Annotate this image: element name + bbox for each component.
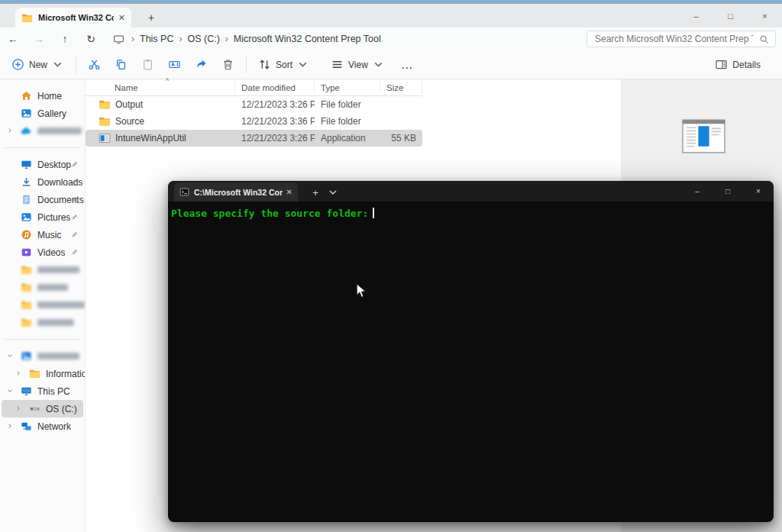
sidebar-item-recent-folder-redacted[interactable] bbox=[0, 279, 85, 296]
more-options-button[interactable]: … bbox=[392, 58, 423, 72]
pin-icon bbox=[70, 248, 79, 256]
folder-icon bbox=[21, 264, 32, 276]
breadcrumb-current-folder[interactable]: Microsoft Win32 Content Prep Tool bbox=[234, 34, 381, 44]
sort-icon bbox=[258, 58, 271, 71]
terminal-new-tab-button[interactable]: + bbox=[307, 184, 324, 201]
sidebar-item-recent-folder-redacted[interactable] bbox=[0, 314, 85, 331]
file-date: 12/21/2023 3:26 PM bbox=[235, 99, 315, 110]
rename-icon bbox=[168, 58, 181, 71]
terminal-maximize-button[interactable]: □ bbox=[713, 181, 743, 202]
terminal-window[interactable]: C:\Microsoft Win32 Content P ✕ + – □ × P… bbox=[168, 181, 774, 522]
pictures-icon bbox=[21, 211, 32, 223]
terminal-tab-close-icon[interactable]: ✕ bbox=[286, 188, 292, 196]
sidebar-item-home[interactable]: Home bbox=[0, 87, 85, 105]
delete-button[interactable] bbox=[215, 53, 241, 76]
copy-button[interactable] bbox=[108, 53, 134, 76]
view-button[interactable]: View bbox=[324, 53, 392, 76]
terminal-title-bar[interactable]: C:\Microsoft Win32 Content P ✕ + – □ × bbox=[168, 181, 774, 202]
file-row-intunewinapputil[interactable]: IntuneWinAppUtil 12/21/2023 3:26 PM Appl… bbox=[86, 130, 422, 147]
selected-file-preview-icon bbox=[682, 119, 725, 153]
sidebar-divider bbox=[5, 339, 80, 340]
sidebar-item-gallery[interactable]: Gallery bbox=[0, 105, 85, 122]
column-header-date-modified[interactable]: Date modified bbox=[235, 82, 315, 93]
column-header-size[interactable]: Size bbox=[380, 82, 422, 93]
rename-button[interactable] bbox=[161, 53, 188, 76]
column-header-type[interactable]: Type bbox=[315, 82, 380, 93]
sidebar-item-recent-folder-redacted[interactable] bbox=[0, 296, 85, 314]
sidebar-item-label: Home bbox=[37, 91, 62, 102]
pin-icon bbox=[70, 160, 79, 169]
sidebar-item-recent-folder-redacted[interactable] bbox=[0, 261, 85, 279]
share-button[interactable] bbox=[188, 53, 215, 76]
pin-icon bbox=[70, 213, 79, 221]
terminal-minimize-button[interactable]: – bbox=[682, 181, 713, 202]
refresh-button[interactable]: ↻ bbox=[78, 29, 104, 49]
sidebar-tree-root-redacted[interactable] bbox=[0, 347, 85, 365]
up-button[interactable]: ↑ bbox=[52, 29, 78, 49]
sidebar-item-documents[interactable]: Documents bbox=[0, 191, 85, 208]
file-type: File folder bbox=[315, 99, 380, 110]
new-button[interactable]: New bbox=[5, 53, 71, 76]
forward-button[interactable]: → bbox=[26, 29, 52, 49]
tab-close-icon[interactable]: ✕ bbox=[118, 13, 125, 23]
view-button-label: View bbox=[348, 60, 368, 70]
breadcrumb-separator-icon: › bbox=[131, 34, 134, 44]
search-box[interactable] bbox=[586, 31, 776, 47]
file-row-source[interactable]: Source 12/21/2023 3:36 PM File folder bbox=[86, 113, 422, 130]
terminal-tab-dropdown-icon[interactable] bbox=[327, 186, 339, 198]
sidebar-item-network[interactable]: Network bbox=[0, 418, 85, 435]
share-icon bbox=[195, 58, 208, 71]
sidebar-item-videos[interactable]: Videos bbox=[0, 243, 85, 261]
sidebar-item-label: Network bbox=[37, 421, 71, 432]
terminal-output[interactable]: Please specify the source folder: bbox=[168, 202, 774, 226]
sort-button[interactable]: Sort bbox=[251, 53, 316, 76]
sidebar-item-downloads[interactable]: Downloads bbox=[0, 173, 85, 191]
folder-icon bbox=[99, 115, 111, 127]
file-date: 12/21/2023 3:26 PM bbox=[235, 133, 315, 143]
toolbar-divider bbox=[76, 56, 76, 73]
paste-button[interactable] bbox=[134, 53, 161, 76]
search-input[interactable] bbox=[593, 33, 755, 45]
sidebar-item-music[interactable]: Music bbox=[0, 226, 85, 243]
gallery-icon bbox=[21, 108, 32, 119]
file-name: IntuneWinAppUtil bbox=[115, 133, 186, 143]
cut-button[interactable] bbox=[81, 53, 108, 76]
sidebar-item-label: Pictures bbox=[37, 212, 70, 223]
organization-icon bbox=[21, 350, 32, 362]
file-name-cell: Source bbox=[86, 115, 235, 127]
sidebar-item-label: Gallery bbox=[37, 108, 66, 119]
sidebar-item-pictures[interactable]: Pictures bbox=[0, 208, 85, 226]
minimize-button[interactable]: – bbox=[679, 4, 713, 27]
file-row-output[interactable]: Output 12/21/2023 3:26 PM File folder bbox=[86, 96, 422, 113]
sidebar-item-desktop[interactable]: Desktop bbox=[0, 156, 85, 173]
sidebar-item-this-pc[interactable]: This PC bbox=[0, 382, 85, 400]
sidebar-item-os-c[interactable]: OS (C:) bbox=[2, 400, 83, 418]
terminal-close-button[interactable]: × bbox=[743, 181, 774, 202]
chevron-down-icon bbox=[6, 387, 14, 395]
chevron-down-icon bbox=[51, 58, 64, 71]
chevron-right-icon bbox=[6, 422, 14, 430]
terminal-active-tab[interactable]: C:\Microsoft Win32 Content P ✕ bbox=[174, 182, 298, 202]
breadcrumb-separator-icon: › bbox=[179, 34, 182, 44]
documents-icon bbox=[21, 194, 32, 205]
close-button[interactable]: × bbox=[748, 4, 782, 27]
sidebar-item-information-tech[interactable]: Information Techn bbox=[0, 365, 85, 382]
explorer-active-tab[interactable]: Microsoft Win32 Content Prep ✕ bbox=[15, 8, 131, 27]
file-type: File folder bbox=[315, 116, 380, 127]
sidebar-item-onedrive-redacted[interactable] bbox=[0, 122, 85, 140]
sidebar-item-label: Information Techn bbox=[46, 369, 85, 379]
breadcrumb-os-c[interactable]: OS (C:) bbox=[187, 34, 219, 44]
redacted-label bbox=[37, 266, 79, 273]
this-pc-icon bbox=[21, 385, 32, 397]
breadcrumb[interactable]: › This PC › OS (C:) › Microsoft Win32 Co… bbox=[108, 30, 586, 48]
back-button[interactable]: ← bbox=[0, 29, 26, 49]
breadcrumb-this-pc[interactable]: This PC bbox=[140, 34, 173, 44]
column-header-name[interactable]: Name ^ bbox=[86, 82, 235, 93]
application-icon bbox=[99, 132, 111, 144]
maximize-button[interactable]: □ bbox=[713, 4, 748, 27]
new-tab-button[interactable]: + bbox=[141, 8, 161, 27]
details-toggle-button[interactable]: Details bbox=[708, 53, 771, 76]
videos-icon bbox=[21, 247, 32, 258]
pin-icon bbox=[70, 195, 79, 204]
drive-icon bbox=[29, 403, 40, 414]
